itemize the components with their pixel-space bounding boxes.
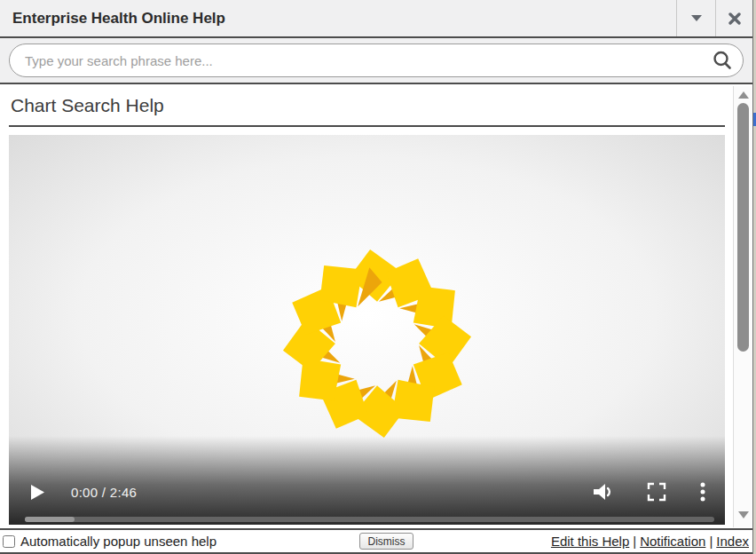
- fullscreen-button[interactable]: [647, 482, 666, 502]
- screen: Enterprise Health Online Help: [0, 0, 756, 554]
- auto-popup-checkbox[interactable]: [3, 535, 15, 548]
- edit-help-link[interactable]: Edit this Help: [551, 534, 629, 549]
- fullscreen-icon: [647, 482, 666, 502]
- scrollbar[interactable]: [733, 86, 752, 527]
- window-title: Enterprise Health Online Help: [0, 0, 676, 36]
- background-page-edge: [752, 0, 756, 554]
- help-dialog: Enterprise Health Online Help: [0, 0, 752, 554]
- triangle-up-icon: [738, 91, 749, 99]
- scroll-up-button[interactable]: [734, 88, 752, 102]
- link-separator: |: [705, 534, 716, 549]
- close-button[interactable]: [715, 0, 752, 36]
- video-controls: 0:00 / 2:46: [9, 481, 725, 503]
- title-bar: Enterprise Health Online Help: [0, 0, 752, 38]
- play-button[interactable]: [31, 485, 44, 500]
- page-title: Chart Search Help: [11, 95, 752, 116]
- video-controls-shade: [9, 436, 725, 525]
- scroll-down-button[interactable]: [734, 508, 752, 522]
- index-link[interactable]: Index: [716, 534, 749, 549]
- controls-right: [592, 482, 705, 502]
- help-content: Chart Search Help: [0, 86, 752, 528]
- notification-link[interactable]: Notification: [640, 534, 705, 549]
- volume-icon: [592, 482, 613, 502]
- footer-bar: Automatically popup unseen help Dismiss …: [0, 528, 752, 554]
- close-icon: [728, 12, 741, 25]
- video-player[interactable]: 0:00 / 2:46: [9, 135, 725, 525]
- video-time: 0:00 / 2:46: [71, 485, 137, 500]
- search-button[interactable]: [702, 44, 743, 76]
- overflow-menu-button[interactable]: [700, 482, 705, 502]
- collapse-button[interactable]: [676, 0, 715, 36]
- heading-divider: [9, 125, 725, 127]
- auto-popup-label: Automatically popup unseen help: [20, 534, 217, 549]
- chevron-down-icon: [691, 15, 702, 21]
- search-input[interactable]: [10, 53, 702, 68]
- footer-links: Edit this Help|Notification|Index: [551, 534, 752, 549]
- kebab-menu-icon: [700, 482, 705, 502]
- triangle-down-icon: [738, 511, 749, 518]
- search-bar: [0, 38, 752, 84]
- dismiss-button[interactable]: Dismiss: [359, 533, 413, 550]
- link-separator: |: [629, 534, 640, 549]
- enterprise-health-logo: [281, 248, 473, 439]
- volume-button[interactable]: [592, 482, 613, 502]
- search-icon: [712, 50, 733, 71]
- search-pill: [9, 44, 744, 77]
- play-icon: [31, 485, 44, 500]
- scrollbar-thumb[interactable]: [737, 103, 749, 352]
- video-progress-bar[interactable]: [25, 517, 714, 522]
- video-progress-buffered: [25, 517, 75, 522]
